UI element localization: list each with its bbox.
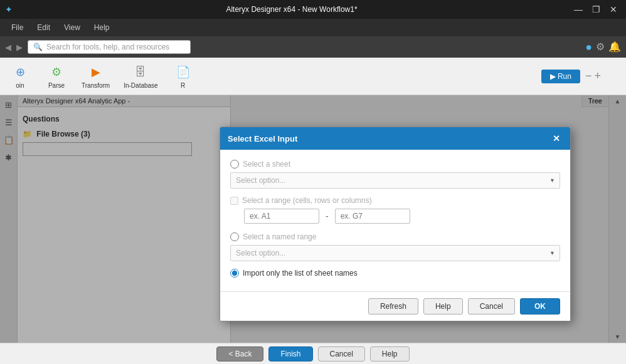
r-label: R — [181, 82, 185, 89]
import-list-radio-group: Import only the list of sheet names — [230, 269, 560, 278]
import-list-label: Import only the list of sheet names — [243, 269, 358, 278]
modal-close-button[interactable]: ✕ — [550, 132, 563, 145]
modal-body: Select a sheet Select option... Select a… — [220, 150, 570, 291]
settings-icon[interactable]: ⚙ — [596, 41, 605, 54]
bottom-bar: < Back Finish Cancel Help — [0, 343, 626, 364]
ok-button[interactable]: OK — [520, 298, 560, 315]
refresh-button[interactable]: Refresh — [368, 298, 418, 315]
parse-label: Parse — [48, 82, 65, 89]
zoom-in-icon[interactable]: + — [594, 70, 601, 83]
join-icon: ⊕ — [11, 63, 29, 81]
menu-edit[interactable]: Edit — [31, 22, 56, 33]
finish-button[interactable]: Finish — [268, 346, 312, 361]
cancel-bottom-button[interactable]: Cancel — [318, 346, 365, 361]
menu-file[interactable]: File — [5, 22, 29, 33]
zoom-out-icon[interactable]: − — [585, 70, 592, 83]
title-bar-title: Alteryx Designer x64 - New Workflow1* — [13, 5, 571, 14]
toolbar: ⊕ oin ⚙ Parse ▶ Transform 🗄 In-Database … — [0, 58, 626, 95]
toolbar-right-actions: ▶ Run − + — [541, 70, 623, 83]
help-bottom-button[interactable]: Help — [370, 346, 410, 361]
join-label: oin — [16, 82, 24, 89]
title-bar-controls: — ❐ ✕ — [571, 2, 621, 17]
nav-forward-icon[interactable]: ▶ — [16, 43, 23, 52]
search-row: ◀ ▶ 🔍 Search for tools, help, and resour… — [0, 36, 626, 58]
modal-footer: Refresh Help Cancel OK — [220, 291, 570, 321]
r-icon: 📄 — [174, 63, 192, 81]
select-sheet-radio[interactable] — [230, 160, 239, 169]
toolbar-right: ● ⚙ 🔔 — [585, 41, 621, 54]
toolbar-transform[interactable]: ▶ Transform — [75, 61, 116, 91]
toolbar-r[interactable]: 📄 R — [166, 61, 201, 91]
menu-view[interactable]: View — [58, 22, 87, 33]
select-sheet-radio-group: Select a sheet — [230, 160, 560, 169]
select-sheet-dropdown[interactable]: Select option... — [230, 172, 560, 189]
title-bar: ✦ Alteryx Designer x64 - New Workflow1* … — [0, 0, 626, 19]
menu-help[interactable]: Help — [88, 22, 116, 33]
select-named-range-label: Select a named range — [243, 232, 316, 241]
range-to-input[interactable] — [335, 209, 410, 224]
select-range-header: Select a range (cells, rows or columns) — [230, 196, 560, 205]
range-dash: - — [326, 211, 329, 221]
back-button[interactable]: < Back — [216, 346, 263, 361]
toolbar-join[interactable]: ⊕ oin — [3, 61, 38, 91]
notification-icon[interactable]: 🔔 — [608, 41, 621, 54]
nav-back-icon[interactable]: ◀ — [5, 43, 11, 52]
select-sheet-dropdown-wrapper: Select option... — [230, 172, 560, 189]
search-box[interactable]: 🔍 Search for tools, help, and resources — [28, 40, 191, 54]
app-icon: ✦ — [5, 4, 13, 14]
select-range-section: Select a range (cells, rows or columns) … — [230, 196, 560, 224]
select-range-label: Select a range (cells, rows or columns) — [242, 196, 372, 205]
toolbar-in-database[interactable]: 🗄 In-Database — [117, 61, 164, 91]
connect-icon: ● — [585, 41, 592, 54]
main-area: ⊞ ☰ 📋 ✱ Alteryx Designer x64 Analytic Ap… — [0, 95, 626, 343]
run-button[interactable]: ▶ Run — [541, 70, 580, 83]
select-named-range-radio[interactable] — [230, 232, 239, 241]
select-range-checkbox[interactable] — [230, 197, 238, 205]
close-button[interactable]: ✕ — [606, 2, 621, 17]
transform-icon: ▶ — [87, 63, 105, 81]
cancel-button[interactable]: Cancel — [468, 298, 515, 315]
search-placeholder: Search for tools, help, and resources — [46, 43, 169, 51]
modal-header: Select Excel Input ✕ — [220, 127, 570, 150]
select-named-range-dropdown-wrapper: Select option... — [230, 245, 560, 261]
parse-icon: ⚙ — [48, 63, 65, 81]
search-icon: 🔍 — [33, 43, 43, 51]
menu-bar: File Edit View Help — [0, 19, 626, 36]
title-bar-left: ✦ — [5, 4, 13, 14]
minimize-button[interactable]: — — [571, 2, 586, 17]
select-named-range-dropdown[interactable]: Select option... — [230, 245, 560, 261]
select-sheet-label: Select a sheet — [243, 160, 290, 169]
range-from-input[interactable] — [244, 209, 319, 224]
select-sheet-section: Select a sheet Select option... — [230, 160, 560, 189]
modal-dialog: Select Excel Input ✕ Select a sheet Sele… — [220, 127, 571, 321]
toolbar-parse[interactable]: ⚙ Parse — [39, 61, 74, 91]
in-database-label: In-Database — [124, 82, 157, 89]
transform-label: Transform — [82, 82, 110, 89]
select-named-range-radio-group: Select a named range — [230, 232, 560, 241]
select-named-range-section: Select a named range Select option... — [230, 232, 560, 261]
range-row: - — [244, 209, 560, 224]
import-list-radio[interactable] — [230, 269, 239, 278]
maximize-button[interactable]: ❐ — [588, 2, 603, 17]
modal-title: Select Excel Input — [228, 134, 297, 143]
in-database-icon: 🗄 — [132, 63, 149, 81]
help-button[interactable]: Help — [423, 298, 463, 315]
